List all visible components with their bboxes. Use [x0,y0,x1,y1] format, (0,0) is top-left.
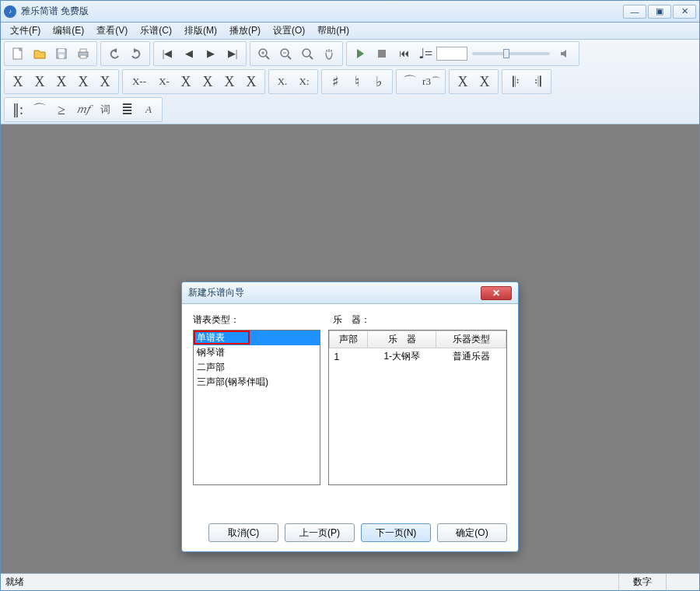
maximize-button[interactable]: ▣ [648,5,671,19]
dot-btn-1[interactable]: X: [294,72,314,92]
dialog-body: 谱表类型： 乐 器： 单谱表 钢琴谱 二声部 三声部(钢琴伴唱) [182,304,518,516]
cell-part: 1 [330,348,368,365]
text-block-button[interactable]: ≣ [117,100,137,120]
ok-button[interactable]: 确定(O) [437,523,507,542]
undo-button[interactable] [104,44,124,64]
svg-point-14 [303,49,310,57]
metronome-button[interactable]: ⏮ [394,44,414,64]
nav-last-button[interactable]: ▶| [222,44,243,64]
repeat-end-button[interactable]: 𝄇 [527,72,548,92]
svg-rect-2 [58,49,65,52]
statusbar: 就绪 数字 [1,573,699,590]
minimize-button[interactable]: — [623,5,646,19]
print-button[interactable] [73,44,93,64]
zoom-out-button[interactable] [275,44,296,64]
toolbar-notes: X X X X X X-- X- X X X X X. X: ♯ ♮ ♭ [1,68,699,96]
dur-btn-5[interactable]: X [241,72,261,92]
dur-btn-2[interactable]: X [176,72,196,92]
svg-rect-5 [80,49,86,52]
dialog-title: 新建乐谱向导 [188,286,481,299]
tempo-slider[interactable] [472,52,550,55]
stave-option-3[interactable]: 三声部(钢琴伴唱) [194,375,320,390]
menu-settings[interactable]: 设置(O) [267,23,311,39]
menubar: 文件(F) 编辑(E) 查看(V) 乐谱(C) 排版(M) 播放(P) 设置(O… [1,23,699,40]
note-btn-4[interactable]: X [95,72,115,92]
status-left: 就绪 [5,575,24,589]
stave-type-list[interactable]: 单谱表 钢琴谱 二声部 三声部(钢琴伴唱) [193,330,320,485]
font-button[interactable]: A [138,100,159,120]
col-type[interactable]: 乐器类型 [436,331,506,348]
document-area: 新建乐谱向导 ✕ 谱表类型： 乐 器： 单谱表 钢琴谱 二声部 三声部(钢琴伴唱… [1,124,699,573]
sharp-button[interactable]: ♯ [325,72,345,92]
status-empty [666,574,695,590]
menu-play[interactable]: 播放(P) [223,23,267,39]
open-button[interactable] [30,44,50,64]
dur-btn-3[interactable]: X [198,72,218,92]
new-score-wizard-dialog: 新建乐谱向导 ✕ 谱表类型： 乐 器： 单谱表 钢琴谱 二声部 三声部(钢琴伴唱… [181,282,519,552]
note-btn-1[interactable]: X [30,72,50,92]
note-btn-2[interactable]: X [51,72,72,92]
window-controls: — ▣ ✕ [623,5,696,19]
instrument-table[interactable]: 声部 乐 器 乐器类型 1 1-大钢琴 普通乐器 [328,330,507,485]
tie-button[interactable]: ⌒ [400,72,420,92]
oct-up-button[interactable]: X [453,72,473,92]
menu-layout[interactable]: 排版(M) [178,23,223,39]
status-right: 数字 [618,574,666,590]
new-button[interactable] [8,44,28,64]
flat-button[interactable]: ♭ [369,72,389,92]
fermata-button[interactable]: ⌒ [30,100,50,120]
lyric-button[interactable]: 词 [95,100,115,120]
titlebar: ♪ 雅乐简谱 免费版 — ▣ ✕ [1,1,699,23]
repeat-start-button[interactable]: 𝄆 [506,72,526,92]
nav-prev-button[interactable]: ◀ [179,44,199,64]
dot-btn-0[interactable]: X. [272,72,292,92]
toolbar-extras: ‖: ⌒ ≥ 𝑚𝑓 词 ≣ A [1,96,699,124]
accent-button[interactable]: ≥ [51,100,72,120]
prev-page-button[interactable]: 上一页(P) [285,523,355,542]
svg-line-15 [310,56,313,59]
cancel-button[interactable]: 取消(C) [208,523,278,542]
stave-option-1[interactable]: 钢琴谱 [194,345,320,360]
note-btn-0[interactable]: X [8,72,28,92]
note-btn-3[interactable]: X [73,72,93,92]
stave-option-0[interactable]: 单谱表 [194,330,320,345]
oct-down-button[interactable]: X [474,72,495,92]
volume-button[interactable] [555,44,576,64]
zoom-in-button[interactable] [254,44,274,64]
natural-button[interactable]: ♮ [347,72,367,92]
nav-first-button[interactable]: |◀ [157,44,177,64]
label-instrument: 乐 器： [333,313,370,327]
stop-button[interactable] [372,44,392,64]
barline-button[interactable]: ‖: [8,100,28,120]
zoom-fit-button[interactable] [297,44,317,64]
stave-option-2[interactable]: 二声部 [194,360,320,375]
cell-type: 普通乐器 [436,348,506,365]
dialog-button-row: 取消(C) 上一页(P) 下一页(N) 确定(O) [182,516,518,551]
table-row[interactable]: 1 1-大钢琴 普通乐器 [330,348,506,365]
svg-line-8 [266,56,269,59]
nav-next-button[interactable]: ▶ [201,44,221,64]
triplet-button[interactable]: r3⌒ [422,72,442,92]
menu-view[interactable]: 查看(V) [90,23,134,39]
dialog-close-button[interactable]: ✕ [481,286,512,300]
dynamic-button[interactable]: 𝑚𝑓 [73,100,93,120]
dur-btn-0[interactable]: X-- [126,72,152,92]
redo-button[interactable] [126,44,146,64]
next-page-button[interactable]: 下一页(N) [361,523,431,542]
cell-instrument: 1-大钢琴 [368,348,436,365]
menu-file[interactable]: 文件(F) [4,23,47,39]
dur-btn-4[interactable]: X [219,72,240,92]
menu-edit[interactable]: 编辑(E) [47,23,90,39]
menu-score[interactable]: 乐谱(C) [134,23,178,39]
save-button[interactable] [51,44,72,64]
col-part[interactable]: 声部 [330,331,368,348]
dur-btn-1[interactable]: X- [154,72,174,92]
pan-button[interactable] [319,44,339,64]
close-button[interactable]: ✕ [673,5,696,19]
toolbar-main: |◀ ◀ ▶ ▶| [1,40,699,68]
col-instrument[interactable]: 乐 器 [368,331,436,348]
tempo-input[interactable] [436,47,467,61]
tempo-icon: ♩= [415,44,436,64]
menu-help[interactable]: 帮助(H) [311,23,355,39]
play-button[interactable] [350,44,370,64]
